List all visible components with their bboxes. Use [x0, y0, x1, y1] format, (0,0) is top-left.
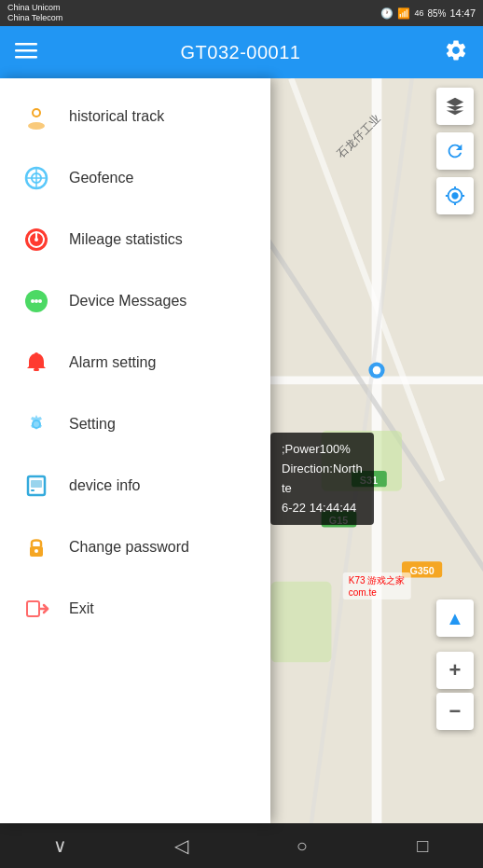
zoom-out-button[interactable]: − — [436, 693, 474, 730]
nav-down-button[interactable]: ∨ — [33, 823, 89, 868]
menu-item-messages[interactable]: Device Messages — [0, 270, 270, 332]
alarm-icon — [22, 349, 50, 377]
svg-rect-21 — [31, 480, 42, 488]
menu-button[interactable] — [15, 39, 37, 65]
svg-rect-25 — [27, 601, 39, 616]
map-controls-top — [436, 88, 474, 214]
svg-point-17 — [38, 299, 42, 303]
app-bar: GT032-00011 — [0, 26, 483, 78]
map-zoom-controls: + − — [436, 652, 474, 730]
menu-item-change-password[interactable]: Change password — [0, 517, 270, 578]
map-view[interactable]: S31 G15 G350 石龙仔工业 ;Power100% Direction:… — [270, 78, 483, 823]
svg-point-16 — [34, 299, 38, 303]
svg-point-15 — [31, 299, 34, 303]
carrier-info: China Unicom China Telecom — [7, 3, 62, 23]
exit-icon — [22, 595, 50, 623]
setting-icon — [22, 410, 50, 438]
mileage-label: Mileage statistics — [69, 231, 183, 248]
setting-label: Setting — [69, 416, 116, 433]
device-info-label: device info — [69, 477, 141, 494]
svg-rect-22 — [31, 489, 34, 491]
nav-bar: ∨ ◁ ○ □ — [0, 823, 483, 868]
status-icons: 🕐 📶 46 85% 14:47 — [380, 7, 476, 20]
status-bar: China Unicom China Telecom 🕐 📶 46 85% 14… — [0, 0, 483, 26]
menu-item-historical-track[interactable]: historical track — [0, 86, 270, 147]
geofence-label: Geofence — [69, 170, 133, 186]
nav-recent-button[interactable]: □ — [394, 823, 450, 868]
menu-item-exit[interactable]: Exit — [0, 578, 270, 640]
menu-item-alarm[interactable]: Alarm setting — [0, 332, 270, 393]
carrier1-label: China Unicom — [7, 3, 62, 13]
map-info-popup: ;Power100% Direction:North te 6-22 14:44… — [270, 433, 374, 525]
svg-point-19 — [34, 352, 38, 356]
clock-icon: 🕐 — [380, 7, 393, 20]
popup-line2: Direction:North — [282, 460, 363, 479]
settings-button[interactable] — [444, 38, 468, 66]
alarm-label: Alarm setting — [69, 354, 156, 371]
svg-point-4 — [28, 122, 45, 130]
svg-point-5 — [34, 110, 39, 116]
change-password-label: Change password — [69, 539, 189, 556]
svg-rect-18 — [34, 368, 39, 371]
time-display: 14:47 — [449, 7, 476, 19]
svg-rect-2 — [15, 56, 37, 59]
svg-point-24 — [34, 549, 38, 553]
track-icon — [22, 103, 50, 131]
svg-rect-1 — [15, 49, 37, 52]
wifi-icon: 📶 — [397, 7, 410, 20]
mileage-icon — [22, 226, 50, 254]
menu-item-geofence[interactable]: Geofence — [0, 147, 270, 209]
nav-back-button[interactable]: ◁ — [153, 823, 209, 868]
svg-text:G350: G350 — [409, 565, 434, 576]
svg-point-13 — [34, 238, 38, 241]
password-icon — [22, 533, 50, 561]
messages-icon — [22, 287, 50, 315]
map-compass-button[interactable]: ▲ — [436, 599, 474, 637]
popup-line4: 6-22 14:44:44 — [282, 499, 363, 518]
map-location-button[interactable] — [436, 177, 474, 214]
nav-home-button[interactable]: ○ — [274, 823, 330, 868]
main-content: historical track Geofence — [0, 78, 483, 823]
popup-line3: te — [282, 479, 363, 499]
signal-bars-icon: 46 — [414, 8, 423, 18]
app-title: GT032-00011 — [181, 42, 301, 63]
map-layers-button[interactable] — [436, 88, 474, 125]
menu-item-device-info[interactable]: device info — [0, 455, 270, 517]
exit-label: Exit — [69, 600, 94, 617]
geofence-icon — [22, 164, 50, 192]
map-refresh-button[interactable] — [436, 132, 474, 170]
device-icon — [22, 472, 50, 500]
navigation-drawer: historical track Geofence — [0, 78, 270, 823]
svg-point-42 — [373, 366, 381, 375]
messages-label: Device Messages — [69, 293, 186, 310]
menu-item-setting[interactable]: Setting — [0, 393, 270, 455]
svg-rect-0 — [15, 43, 37, 46]
battery-icon: 85% — [427, 8, 446, 19]
track-label: historical track — [69, 108, 164, 125]
watermark: K73 游戏之家com.te — [343, 572, 411, 599]
menu-item-mileage[interactable]: Mileage statistics — [0, 209, 270, 270]
popup-line1: ;Power100% — [282, 440, 363, 460]
zoom-in-button[interactable]: + — [436, 652, 474, 689]
svg-rect-34 — [271, 582, 332, 662]
carrier2-label: China Telecom — [7, 13, 62, 23]
